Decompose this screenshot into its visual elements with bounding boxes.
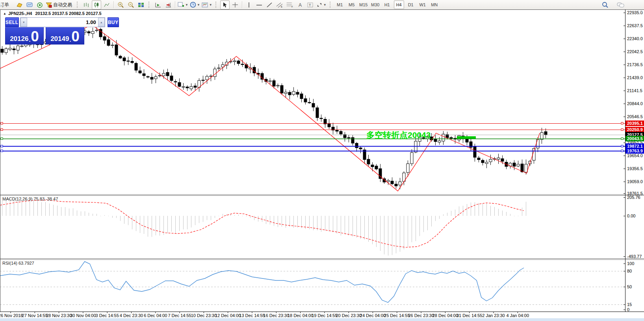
svg-text:19059.0: 19059.0	[627, 179, 643, 184]
svg-text:21439.0: 21439.0	[627, 75, 643, 80]
text-label-icon[interactable]: T	[306, 0, 315, 9]
timeframe-M15[interactable]: M15	[358, 0, 369, 9]
svg-text:19872.1: 19872.1	[627, 144, 643, 148]
svg-text:21736.5: 21736.5	[627, 62, 643, 67]
svg-text:20546.5: 20546.5	[627, 114, 643, 119]
svg-text:30 Nov 04:00: 30 Nov 04:00	[70, 313, 96, 318]
new-order-button[interactable]: 新订单	[0, 1, 14, 8]
toolbar-right-icons	[600, 0, 626, 9]
svg-text:F: F	[291, 6, 293, 8]
timeframe-M1[interactable]: M1	[335, 0, 345, 9]
autotrade-button[interactable]: 自动交易	[45, 0, 74, 9]
chart-canvas[interactable]: 22935.022637.522340.022042.521736.521439…	[0, 0, 644, 321]
sell-price-display[interactable]: 20126 . 0	[5, 27, 44, 45]
sell-button[interactable]: SELL	[5, 17, 19, 27]
rsi-label: RSI(14) 63.7927	[2, 261, 34, 265]
buy-price-display[interactable]: 20149 . 0	[46, 27, 84, 45]
svg-text:2 Jan 23:30: 2 Jan 23:30	[482, 313, 505, 318]
text-icon[interactable]: A	[295, 0, 305, 9]
timeframe-MN[interactable]: MN	[429, 0, 440, 9]
toolbar-grip[interactable]	[77, 2, 80, 8]
line-handle	[1, 122, 3, 124]
svg-text:19654.0: 19654.0	[627, 153, 643, 158]
candlestick-chart-icon[interactable]	[92, 0, 101, 9]
svg-text:19 Dec 14:55: 19 Dec 14:55	[312, 313, 337, 318]
period-icon[interactable]: ▼	[189, 0, 200, 9]
lot-size-input[interactable]	[27, 18, 98, 27]
zoom-in-icon[interactable]	[116, 0, 125, 9]
line-handle	[621, 145, 623, 147]
svg-text:13 Dec 14:55: 13 Dec 14:55	[239, 313, 265, 318]
zoom-out-icon[interactable]	[126, 0, 135, 9]
line-handle	[1, 129, 3, 131]
svg-text:50: 50	[627, 284, 632, 289]
svg-text:28 Dec 04:00: 28 Dec 04:00	[432, 313, 458, 318]
svg-text:18 Dec 04:00: 18 Dec 04:00	[288, 313, 313, 318]
crosshair-icon[interactable]	[230, 0, 240, 9]
timeframe-H1[interactable]: H1	[382, 0, 392, 9]
svg-text:7 Dec 14:55: 7 Dec 14:55	[168, 313, 191, 318]
cursor-icon[interactable]	[220, 0, 230, 9]
zigzag-line	[0, 25, 540, 191]
svg-text:25 Dec 14:55: 25 Dec 14:55	[384, 313, 410, 318]
tile-windows-icon[interactable]	[136, 0, 146, 9]
horizontal-line-icon[interactable]	[254, 0, 264, 9]
one-click-trading-panel: SELL ▼ ▲ BUY 20126 . 0 20149 . 0	[5, 17, 84, 45]
svg-text:22042.5: 22042.5	[627, 49, 643, 54]
arrows-icon[interactable]: ▼	[316, 0, 327, 9]
toolbar-group-objects: E F A T ▼	[220, 0, 327, 9]
svg-text:16 Dec 23:30: 16 Dec 23:30	[264, 313, 289, 318]
svg-text:20844.0: 20844.0	[627, 101, 643, 106]
search-icon[interactable]	[600, 0, 610, 9]
buy-button[interactable]: BUY	[108, 17, 119, 27]
line-handle	[621, 122, 623, 124]
fibonacci-icon[interactable]: F	[285, 0, 295, 9]
toolbar-grip[interactable]	[330, 2, 332, 8]
chart-shift-icon[interactable]	[163, 0, 173, 9]
channel-icon[interactable]: E	[275, 0, 284, 9]
line-handle	[621, 129, 623, 131]
svg-text:3 Dec 14:55: 3 Dec 14:55	[96, 313, 119, 318]
svg-text:6 Dec 04:00: 6 Dec 04:00	[144, 313, 167, 318]
line-handle	[1, 138, 3, 140]
svg-text:22935.0: 22935.0	[627, 10, 643, 15]
timeframe-H4[interactable]: H4	[394, 0, 404, 9]
toolbar-grip[interactable]	[148, 2, 151, 8]
chevron-down-icon: ▼	[323, 3, 327, 7]
trendline-icon[interactable]	[265, 0, 274, 9]
vertical-line-icon[interactable]	[244, 0, 254, 9]
timeframe-M5[interactable]: M5	[347, 0, 357, 9]
lot-size-group: ▼ ▲	[20, 17, 105, 27]
macd-histogram	[2, 198, 526, 256]
ohlc-values: 20132.5 20137.5 20082.5 20127.5	[35, 11, 101, 16]
lot-decrease-button[interactable]: ▼	[20, 18, 27, 27]
line-chart-icon[interactable]	[102, 0, 111, 9]
line-handle	[621, 150, 623, 152]
template-icon[interactable]: ▼	[201, 0, 213, 9]
chevron-down-icon: ▼	[185, 3, 188, 7]
candles-layer	[1, 27, 547, 189]
symbol-period-label: JPN225-,H4	[8, 11, 32, 16]
new-chart-icon[interactable]: ▼	[177, 0, 189, 9]
svg-text:22340.0: 22340.0	[627, 36, 643, 41]
chat-icon[interactable]	[616, 0, 625, 9]
timeframe-M30[interactable]: M30	[370, 0, 380, 9]
line-handle	[621, 138, 623, 140]
terminal-icon[interactable]	[25, 0, 34, 9]
svg-text:20043.5: 20043.5	[627, 136, 643, 141]
bar-chart-icon[interactable]	[82, 0, 91, 9]
toolbar-grip[interactable]	[215, 2, 218, 8]
highlight-segment	[457, 136, 476, 139]
buy-price-pips: 0	[71, 30, 80, 43]
toolbar-group-timeframes: M1M5M15M30H1H4D1W1MN	[334, 0, 440, 9]
signals-icon[interactable]	[35, 0, 45, 9]
pivot-annotation-text[interactable]: 多空转折点20043	[366, 130, 431, 141]
svg-text:26 Nov 2018: 26 Nov 2018	[0, 313, 23, 318]
lot-increase-button[interactable]: ▲	[98, 18, 105, 27]
timeframe-D1[interactable]: D1	[406, 0, 416, 9]
collapse-panel-arrow-icon[interactable]: ▲	[3, 12, 6, 15]
timeframe-W1[interactable]: W1	[418, 0, 428, 9]
market-watch-icon[interactable]	[15, 0, 24, 9]
line-handle	[1, 145, 3, 147]
auto-scroll-icon[interactable]	[153, 0, 163, 9]
